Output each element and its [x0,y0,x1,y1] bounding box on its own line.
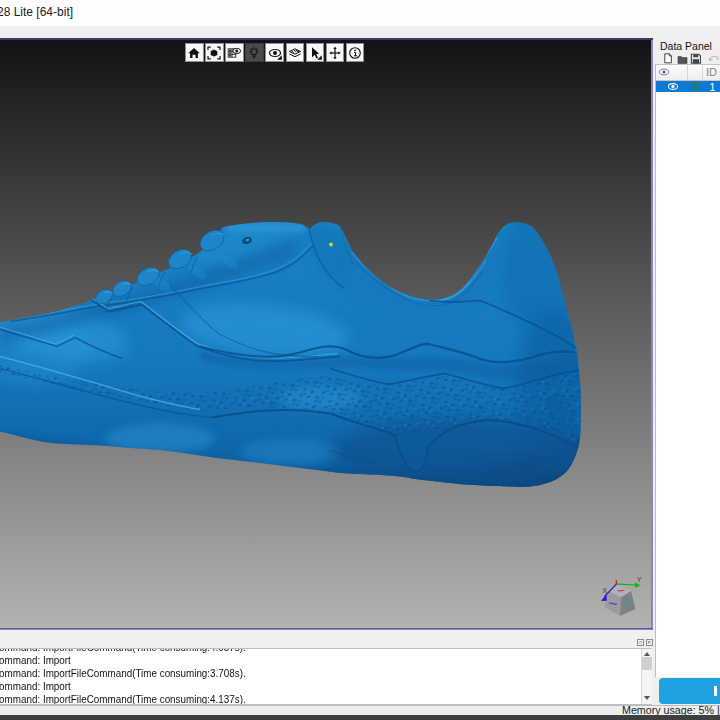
svg-text:X: X [603,587,608,594]
svg-text:Y: Y [637,576,642,583]
